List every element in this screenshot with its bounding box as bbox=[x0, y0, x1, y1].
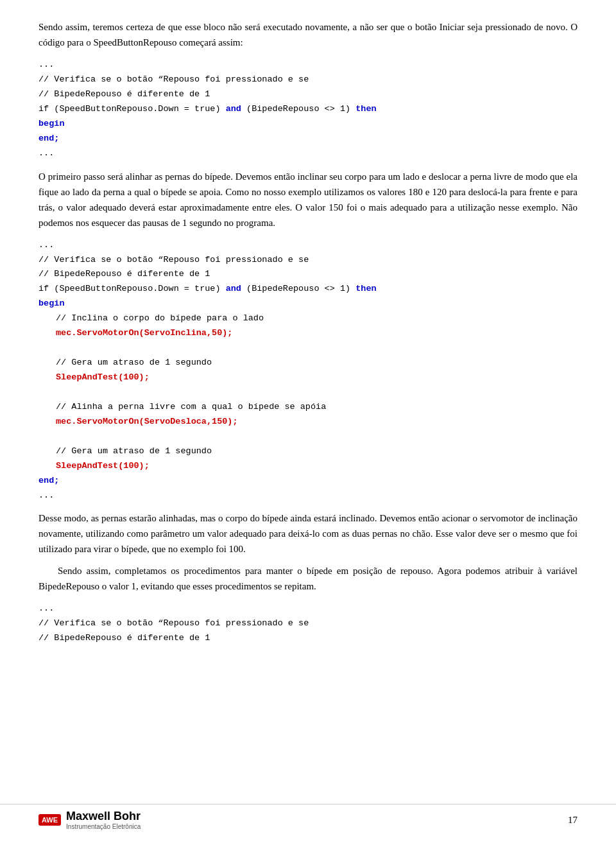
code-end-1: end; bbox=[38, 132, 578, 146]
logo-name: Maxwell Bohr bbox=[66, 810, 141, 823]
page-number: 17 bbox=[568, 815, 578, 826]
logo-text-container: Maxwell Bohr Instrumentação Eletrônica bbox=[66, 810, 141, 830]
paragraph-1-text: Sendo assim, teremos certeza de que esse… bbox=[38, 19, 578, 50]
code-comment-5: // Inclina o corpo do bípede para o lado bbox=[38, 311, 578, 326]
code-comment-2: // BipedeRepouso é diferente de 1 bbox=[38, 87, 578, 102]
code-comment-4: // BipedeRepouso é diferente de 1 bbox=[38, 267, 578, 282]
code-comment-9: // Verifica se o botão “Repouso foi pres… bbox=[38, 616, 578, 631]
code-servo-inclina: mec.ServoMotorOn(ServoInclina,50); bbox=[38, 326, 578, 341]
code-block-2: ... // Verifica se o botão “Repouso foi … bbox=[38, 238, 578, 503]
code-blank-3 bbox=[38, 430, 578, 444]
code-comment-10: // BipedeRepouso é diferente de 1 bbox=[38, 631, 578, 646]
code-comment-7: // Alinha a perna livre com a qual o bíp… bbox=[38, 400, 578, 415]
code-ellipsis-4: ... bbox=[38, 489, 578, 503]
code-if-2: if (SpeedButtonRepouso.Down = true) and … bbox=[38, 282, 578, 297]
code-comment-1: // Verifica se o botão “Repouso foi pres… bbox=[38, 73, 578, 87]
paragraph-3: Desse modo, as pernas estarão alinhadas,… bbox=[38, 510, 578, 557]
paragraph-4: Sendo assim, completamos os procedimento… bbox=[38, 563, 578, 594]
code-end-2: end; bbox=[38, 474, 578, 489]
code-comment-3: // Verifica se o botão “Repouso foi pres… bbox=[38, 253, 578, 268]
paragraph-4-text: Sendo assim, completamos os procedimento… bbox=[38, 563, 578, 594]
code-ellipsis-2: ... bbox=[38, 146, 578, 161]
code-begin-2: begin bbox=[38, 297, 578, 311]
code-comment-6: // Gera um atraso de 1 segundo bbox=[38, 356, 578, 370]
code-ellipsis-3: ... bbox=[38, 238, 578, 253]
page-content: Sendo assim, teremos certeza de que esse… bbox=[0, 0, 616, 705]
paragraph-3-text: Desse modo, as pernas estarão alinhadas,… bbox=[38, 510, 578, 557]
logo-subtitle: Instrumentação Eletrônica bbox=[66, 823, 141, 830]
code-ellipsis-5: ... bbox=[38, 602, 578, 616]
footer-logo: AWE Maxwell Bohr Instrumentação Eletrôni… bbox=[38, 810, 141, 830]
logo-badge: AWE bbox=[38, 814, 61, 826]
code-servo-desloca: mec.ServoMotorOn(ServoDesloca,150); bbox=[38, 415, 578, 430]
code-blank-2 bbox=[38, 385, 578, 400]
code-sleep-2: SleepAndTest(100); bbox=[38, 459, 578, 474]
code-sleep-1: SleepAndTest(100); bbox=[38, 370, 578, 385]
code-begin-1: begin bbox=[38, 117, 578, 132]
code-blank-1 bbox=[38, 341, 578, 356]
page-footer: AWE Maxwell Bohr Instrumentação Eletrôni… bbox=[0, 804, 616, 830]
code-block-3: ... // Verifica se o botão “Repouso foi … bbox=[38, 602, 578, 646]
paragraph-2-text: O primeiro passo será alinhar as pernas … bbox=[38, 169, 578, 230]
paragraph-1: Sendo assim, teremos certeza de que esse… bbox=[38, 19, 578, 50]
code-comment-8: // Gera um atraso de 1 segundo bbox=[38, 444, 578, 459]
code-ellipsis-1: ... bbox=[38, 58, 578, 73]
code-block-1: ... // Verifica se o botão “Repouso foi … bbox=[38, 58, 578, 161]
code-if-1: if (SpeedButtonRepouso.Down = true) and … bbox=[38, 102, 578, 117]
paragraph-2: O primeiro passo será alinhar as pernas … bbox=[38, 169, 578, 230]
